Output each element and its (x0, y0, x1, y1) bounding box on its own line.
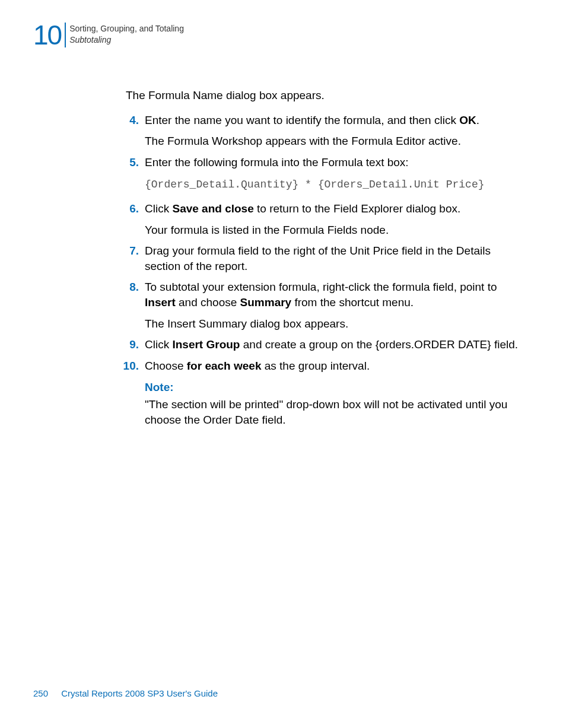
note-label: Note: (145, 380, 529, 395)
step-text: Enter the name you want to identify the … (145, 114, 479, 126)
step-number: 4. (126, 113, 139, 149)
code-block: {Orders_Detail.Quantity} * {Orders_Detai… (145, 177, 529, 192)
page-content: The Formula Name dialog box appears. 4. … (126, 88, 529, 428)
step-number: 8. (126, 279, 139, 331)
step-text: Click Save and close to return to the Fi… (145, 202, 460, 215)
step-text: Drag your formula field to the right of … (145, 244, 491, 272)
step-body: Click Insert Group and create a group on… (145, 337, 529, 352)
doc-title: Crystal Reports 2008 SP3 User's Guide (61, 688, 218, 698)
step-number: 6. (126, 201, 139, 237)
step-item: 10. Choose for each week as the group in… (121, 358, 529, 374)
step-item: 7. Drag your formula field to the right … (126, 243, 529, 274)
step-text: Click Insert Group and create a group on… (145, 338, 518, 351)
step-item: 5. Enter the following formula into the … (126, 155, 529, 170)
step-item: 9. Click Insert Group and create a group… (126, 337, 529, 352)
step-number: 5. (126, 155, 139, 170)
step-body: Drag your formula field to the right of … (145, 243, 529, 274)
header-divider (65, 23, 66, 47)
step-body: Choose for each week as the group interv… (145, 358, 529, 374)
step-number: 7. (126, 243, 139, 274)
intro-paragraph: The Formula Name dialog box appears. (126, 88, 529, 103)
step-number: 10. (121, 358, 139, 374)
note-body: "The section will be printed" drop-down … (145, 397, 529, 427)
header-text: Sorting, Grouping, and Totaling Subtotal… (69, 21, 184, 46)
step-body: Enter the name you want to identify the … (145, 113, 529, 149)
step-after: The Insert Summary dialog box appears. (145, 316, 529, 332)
page-header: 10 Sorting, Grouping, and Totaling Subto… (33, 21, 530, 49)
chapter-number: 10 (33, 21, 61, 49)
step-text: To subtotal your extension formula, righ… (145, 281, 497, 309)
step-after: The Formula Workshop appears with the Fo… (145, 133, 529, 149)
step-body: Enter the following formula into the For… (145, 155, 529, 170)
step-item: 8. To subtotal your extension formula, r… (126, 279, 529, 331)
step-text: Enter the following formula into the For… (145, 156, 409, 169)
step-item: 4. Enter the name you want to identify t… (126, 113, 529, 149)
section-title: Subtotaling (69, 34, 184, 46)
page-number: 250 (33, 688, 48, 698)
page-footer: 250 Crystal Reports 2008 SP3 User's Guid… (33, 688, 218, 700)
step-item: 6. Click Save and close to return to the… (126, 201, 529, 237)
step-number: 9. (126, 337, 139, 352)
step-body: To subtotal your extension formula, righ… (145, 279, 529, 331)
step-body: Click Save and close to return to the Fi… (145, 201, 529, 237)
chapter-title: Sorting, Grouping, and Totaling (69, 23, 184, 34)
step-text: Choose for each week as the group interv… (145, 360, 370, 372)
step-after: Your formula is listed in the Formula Fi… (145, 222, 529, 238)
